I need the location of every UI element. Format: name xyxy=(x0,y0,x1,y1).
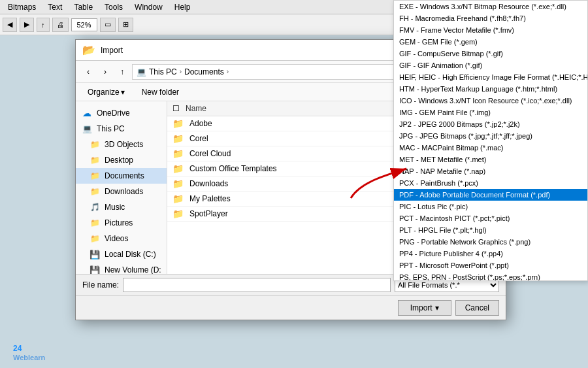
nav-up-btn[interactable]: ↑ xyxy=(115,65,129,79)
folder-icon-corel: 📁 xyxy=(172,133,184,144)
breadcrumb-documents[interactable]: Documents xyxy=(184,67,224,76)
new-folder-btn[interactable]: New folder xyxy=(135,86,186,98)
filetype-item[interactable]: FH - Macromedia Freehand (*.fh8;*.fh7) xyxy=(394,12,587,24)
left-panel: ☁ OneDrive 💻 This PC 📁 3D Objects 📁 Desk… xyxy=(76,101,167,274)
up-btn[interactable]: ↑ xyxy=(37,18,50,32)
sidebar-label-onedrive: OneDrive xyxy=(97,109,130,118)
folder-desktop-icon: 📁 xyxy=(89,154,101,166)
sidebar-item-music[interactable]: 🎵 Music xyxy=(76,199,167,215)
drive-c-icon: 💾 xyxy=(89,248,101,260)
filetype-item[interactable]: PCX - PaintBrush (*.pcx) xyxy=(394,177,587,189)
dialog-title: Import xyxy=(101,46,123,55)
filetype-item[interactable]: PS, EPS, PRN - PostScript (*.ps;*.eps;*.… xyxy=(394,271,587,281)
sidebar-label-music: Music xyxy=(105,203,125,212)
sidebar-item-thispc[interactable]: 💻 This PC xyxy=(76,121,167,137)
sidebar-item-documents[interactable]: 📁 Documents xyxy=(76,168,167,184)
filetype-item[interactable]: PIC - Lotus Pic (*.pic) xyxy=(394,201,587,212)
folder-videos-icon: 📁 xyxy=(89,233,101,244)
sidebar-label-desktop: Desktop xyxy=(105,156,133,165)
sidebar-label-3dobjects: 3D Objects xyxy=(105,140,143,149)
folder-pictures-icon: 📁 xyxy=(89,217,101,229)
folder-downloads-icon: 📁 xyxy=(89,186,101,197)
filetype-item-pdf[interactable]: PDF - Adobe Portable Document Format (*.… xyxy=(394,189,587,201)
filetype-item[interactable]: GEM - GEM File (*.gem) xyxy=(394,36,587,48)
filetype-item[interactable]: MAC - MACPaint Bitmap (*.mac) xyxy=(394,142,587,154)
sidebar-label-pictures: Pictures xyxy=(105,218,133,227)
breadcrumb-computer-icon: 💻 xyxy=(137,67,146,76)
forward-btn[interactable]: ▶ xyxy=(20,18,34,32)
filename-input[interactable] xyxy=(123,278,391,292)
zoom-input[interactable] xyxy=(71,18,97,31)
menu-text[interactable]: Text xyxy=(42,1,67,13)
organize-btn[interactable]: Organize ▾ xyxy=(82,86,130,98)
sidebar-label-downloads: Downloads xyxy=(105,187,143,196)
menu-bitmaps[interactable]: Bitmaps xyxy=(3,1,41,13)
breadcrumb[interactable]: 💻 This PC › Documents › xyxy=(132,64,399,80)
filetype-item[interactable]: IMG - GEM Paint File (*.img) xyxy=(394,107,587,118)
filename-label: File name: xyxy=(82,280,119,290)
filetype-item[interactable]: HTM - HyperText Markup Language (*.htm;*… xyxy=(394,83,587,95)
import-button[interactable]: Import ▾ xyxy=(398,300,451,316)
folder-music-icon: 🎵 xyxy=(89,201,101,213)
sidebar-label-videos: Videos xyxy=(105,234,128,243)
filetype-item[interactable]: HEIF, HEIC - High Efficiency Image File … xyxy=(394,71,587,83)
filetype-item[interactable]: NAP - NAP Metafile (*.nap) xyxy=(394,165,587,177)
sidebar-item-videos[interactable]: 📁 Videos xyxy=(76,231,167,246)
menu-help[interactable]: Help xyxy=(169,1,196,13)
name-col-header[interactable]: Name xyxy=(186,104,409,113)
print-btn[interactable]: 🖨 xyxy=(52,18,69,32)
import-label: Import xyxy=(410,303,433,312)
view-btn[interactable]: ⊞ xyxy=(118,18,133,32)
sidebar-item-pictures[interactable]: 📁 Pictures xyxy=(76,215,167,231)
sidebar-item-3dobjects[interactable]: 📁 3D Objects xyxy=(76,137,167,152)
filetype-item[interactable]: PP4 - Picture Publisher 4 (*.pp4) xyxy=(394,248,587,259)
sidebar-item-localdisk[interactable]: 💾 Local Disk (C:) xyxy=(76,246,167,262)
import-chevron-icon: ▾ xyxy=(435,303,439,312)
breadcrumb-sep1: › xyxy=(180,68,182,75)
folder-3d-icon: 📁 xyxy=(89,139,101,150)
back-btn[interactable]: ◀ xyxy=(3,18,17,32)
filetype-item[interactable]: MET - MET Metafile (*.met) xyxy=(394,154,587,165)
filetype-item[interactable]: ICO - Windows 3.x/NT Icon Resource (*.ic… xyxy=(394,95,587,107)
menu-window[interactable]: Window xyxy=(129,1,168,13)
filetype-item[interactable]: FMV - Frame Vector Metafile (*.fmv) xyxy=(394,24,587,36)
organize-chevron: ▾ xyxy=(121,88,125,97)
red-arrow xyxy=(348,162,413,201)
filetype-item[interactable]: PPT - Microsoft PowerPoint (*.ppt) xyxy=(394,259,587,271)
menu-table[interactable]: Table xyxy=(69,1,98,13)
nav-back-btn[interactable]: ‹ xyxy=(81,65,95,79)
nav-forward-btn[interactable]: › xyxy=(98,65,112,79)
logo-subtitle: Weblearn xyxy=(13,354,45,361)
filetype-item[interactable]: PLT - HPGL File (*.plt;*.hgl) xyxy=(394,224,587,236)
drive-d-icon: 💾 xyxy=(89,264,101,274)
filetype-item[interactable]: PCT - Macintosh PICT (*.pct;*.pict) xyxy=(394,212,587,224)
cancel-button[interactable]: Cancel xyxy=(455,300,499,316)
filetype-item[interactable]: JP2 - JPEG 2000 Bitmaps (*.jp2;*.j2k) xyxy=(394,118,587,130)
folder-documents-icon: 📁 xyxy=(89,170,101,182)
breadcrumb-sep2: › xyxy=(227,68,229,75)
cloud-icon: ☁ xyxy=(81,107,93,119)
folder-icon-adobe: 📁 xyxy=(172,118,184,129)
filetype-item[interactable]: GIF - CompuServe Bitmap (*.gif) xyxy=(394,48,587,59)
sidebar-item-downloads[interactable]: 📁 Downloads xyxy=(76,184,167,199)
filetype-item[interactable]: JPG - JPEG Bitmaps (*.jpg;*.jtf;*.jff;*.… xyxy=(394,130,587,142)
file-name-corel: Corel xyxy=(189,134,409,143)
sidebar-label-thispc: This PC xyxy=(97,124,125,133)
logo: 24 Weblearn xyxy=(13,336,45,361)
breadcrumb-this-pc[interactable]: This PC xyxy=(149,67,177,76)
sidebar-item-newvolume[interactable]: 💾 New Volume (D: xyxy=(76,262,167,274)
organize-label: Organize xyxy=(88,88,120,97)
sidebar-item-onedrive[interactable]: ☁ OneDrive xyxy=(76,105,167,121)
sidebar-label-localdisk: Local Disk (C:) xyxy=(105,250,156,259)
zoom-out-btn[interactable]: ▭ xyxy=(100,18,116,32)
filetype-item[interactable]: GIF - GIF Animation (*.gif) xyxy=(394,59,587,71)
folder-icon-custom: 📁 xyxy=(172,163,184,174)
filetype-panel: EXE - Windows 3.x/NT Bitmap Resource (*.… xyxy=(393,0,588,281)
filetype-item[interactable]: EXE - Windows 3.x/NT Bitmap Resource (*.… xyxy=(394,1,587,12)
computer-icon: 💻 xyxy=(81,123,93,135)
menu-tools[interactable]: Tools xyxy=(99,1,128,13)
folder-icon-spotplayer: 📁 xyxy=(172,209,184,219)
sidebar-item-desktop[interactable]: 📁 Desktop xyxy=(76,152,167,168)
folder-icon-downloads: 📁 xyxy=(172,178,184,189)
filetype-item[interactable]: PNG - Portable Network Graphics (*.png) xyxy=(394,236,587,248)
